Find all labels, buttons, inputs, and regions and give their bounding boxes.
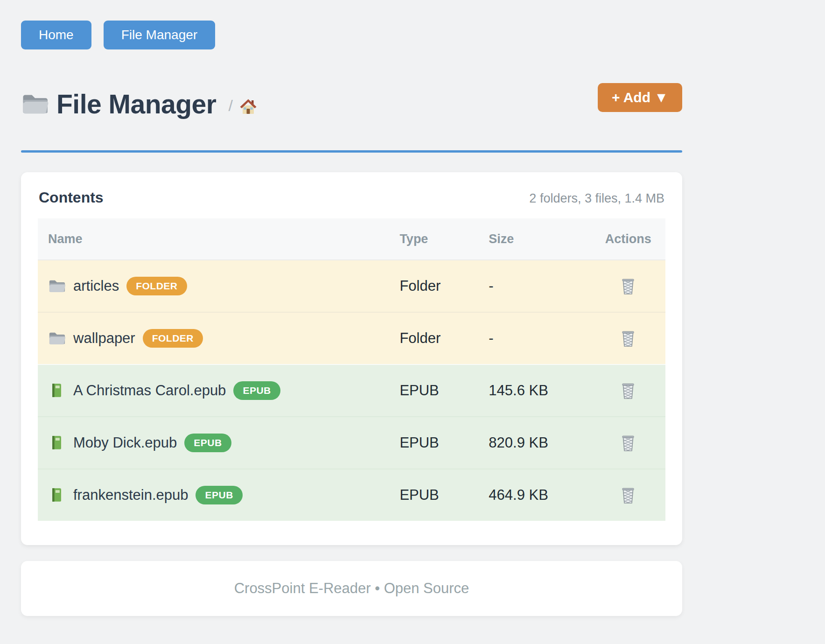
breadcrumb-separator: / (228, 97, 232, 115)
item-name: A Christmas Carol.epub (73, 382, 226, 399)
contents-title: Contents (39, 189, 104, 206)
trash-icon (620, 382, 636, 399)
epub-badge: EPUB (184, 434, 231, 452)
trash-icon (620, 329, 636, 347)
item-size: 145.6 KB (488, 382, 590, 399)
delete-button[interactable] (618, 380, 638, 401)
file-name-cell[interactable]: articles FOLDER (38, 277, 399, 295)
delete-button[interactable] (618, 484, 638, 506)
folder-badge: FOLDER (126, 277, 187, 295)
item-type: EPUB (399, 382, 488, 399)
table-row[interactable]: articles FOLDER Folder - (38, 260, 665, 312)
item-type: EPUB (399, 487, 488, 504)
file-manager-nav-button[interactable]: File Manager (104, 21, 215, 49)
column-header-type: Type (399, 232, 488, 246)
page-title: File Manager (56, 89, 216, 119)
delete-button[interactable] (618, 432, 638, 454)
item-name: frankenstein.epub (73, 487, 188, 504)
trash-icon (620, 486, 636, 504)
item-name: Moby Dick.epub (73, 434, 177, 451)
column-header-name: Name (38, 232, 399, 246)
page-header: File Manager / + Add ▼ (21, 86, 682, 122)
file-name-cell[interactable]: wallpaper FOLDER (38, 329, 399, 348)
item-type: Folder (399, 278, 488, 294)
trash-icon (620, 434, 636, 452)
book-icon (48, 435, 66, 451)
title-divider (21, 150, 682, 153)
item-type: Folder (399, 330, 488, 347)
item-type: EPUB (399, 434, 488, 451)
top-nav: Home File Manager (21, 0, 682, 49)
epub-badge: EPUB (233, 381, 280, 400)
item-size: 820.9 KB (488, 434, 590, 451)
folder-icon (48, 330, 66, 346)
home-icon[interactable] (238, 97, 258, 116)
trash-icon (620, 277, 636, 295)
table-row[interactable]: A Christmas Carol.epub EPUB EPUB 145.6 K… (38, 364, 665, 416)
file-name-cell[interactable]: frankenstein.epub EPUB (38, 486, 399, 504)
contents-card-header: Contents 2 folders, 3 files, 1.4 MB (38, 189, 665, 206)
item-name: wallpaper (73, 330, 135, 347)
page-container: Home File Manager File Manager / + Add ▼… (21, 0, 682, 616)
folder-icon (48, 278, 66, 294)
item-size: - (488, 278, 590, 294)
footer: CrossPoint E-Reader • Open Source (21, 561, 682, 616)
table-header-row: Name Type Size Actions (38, 218, 665, 260)
home-nav-button[interactable]: Home (21, 21, 91, 49)
folder-badge: FOLDER (143, 329, 203, 348)
table-row[interactable]: frankenstein.epub EPUB EPUB 464.9 KB (38, 469, 665, 521)
column-header-size: Size (488, 232, 590, 246)
file-name-cell[interactable]: A Christmas Carol.epub EPUB (38, 381, 399, 400)
table-row[interactable]: wallpaper FOLDER Folder - (38, 312, 665, 364)
folder-icon (21, 92, 49, 116)
file-name-cell[interactable]: Moby Dick.epub EPUB (38, 434, 399, 452)
book-icon (48, 487, 66, 503)
item-name: articles (73, 278, 119, 294)
book-icon (48, 383, 66, 399)
file-table: Name Type Size Actions articles FOLDER F… (38, 218, 665, 521)
item-size: 464.9 KB (488, 487, 590, 504)
contents-card: Contents 2 folders, 3 files, 1.4 MB Name… (21, 172, 682, 545)
epub-badge: EPUB (196, 486, 242, 504)
contents-summary: 2 folders, 3 files, 1.4 MB (529, 191, 664, 206)
delete-button[interactable] (618, 328, 638, 349)
column-header-actions: Actions (590, 232, 665, 246)
table-row[interactable]: Moby Dick.epub EPUB EPUB 820.9 KB (38, 416, 665, 469)
footer-text: CrossPoint E-Reader • Open Source (234, 580, 469, 597)
item-size: - (488, 330, 590, 347)
delete-button[interactable] (618, 275, 638, 297)
add-button[interactable]: + Add ▼ (598, 83, 682, 112)
